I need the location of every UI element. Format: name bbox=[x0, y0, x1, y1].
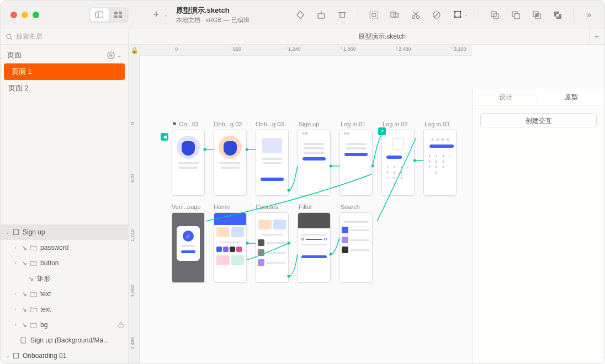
artboard-label[interactable]: Veri...page bbox=[172, 204, 201, 210]
artboard-label[interactable]: Onb...g 02 bbox=[214, 121, 242, 127]
subtract-icon[interactable] bbox=[510, 9, 521, 20]
document-tab[interactable]: 原型演示.sketch bbox=[358, 32, 406, 41]
layer-label: password bbox=[40, 244, 68, 251]
artboard-label[interactable]: Courses bbox=[256, 204, 278, 210]
layer-password[interactable]: › ↘ password bbox=[1, 240, 128, 255]
tool-icon-1[interactable] bbox=[295, 9, 306, 20]
svg-point-14 bbox=[412, 15, 415, 18]
artboard-label[interactable]: Log in 02 bbox=[383, 121, 407, 127]
svg-rect-20 bbox=[455, 12, 460, 17]
artboard-label[interactable]: Home bbox=[214, 204, 230, 210]
lock-icon[interactable]: 🔒 bbox=[131, 47, 139, 54]
layer-signup-bg[interactable]: Sign up (Background/Ma... bbox=[1, 333, 128, 348]
create-interaction-button[interactable]: 创建交互 bbox=[480, 113, 597, 127]
layer-bg[interactable]: › ↘ bg bbox=[1, 317, 128, 333]
layer-search[interactable]: 搜索图层 bbox=[1, 29, 128, 45]
zoom-window[interactable] bbox=[33, 12, 39, 18]
panel-view-icon[interactable] bbox=[90, 8, 109, 22]
ungroup-icon[interactable] bbox=[389, 9, 400, 20]
artboard-label[interactable]: Search bbox=[341, 204, 360, 210]
disclosure-icon[interactable]: › bbox=[13, 322, 18, 328]
page-item-2[interactable]: 页面 2 bbox=[1, 80, 128, 97]
layer-rect[interactable]: ↘ 矩形 bbox=[1, 271, 128, 286]
artboard-login-01[interactable]: 登录 bbox=[339, 130, 373, 196]
tab-design[interactable]: 设计 bbox=[473, 89, 539, 105]
tab-prototype[interactable]: 原型 bbox=[539, 89, 605, 105]
layer-label: bg bbox=[40, 321, 47, 329]
artboard-area[interactable]: ◀ ⚑ On...01 Onb...g 02 Onb...g 03 Sign u… bbox=[140, 56, 472, 363]
folder-icon bbox=[30, 291, 38, 297]
lock-icon[interactable] bbox=[118, 322, 124, 328]
artboard-signup[interactable]: 注册 bbox=[298, 130, 331, 196]
artboard-label[interactable]: Log in 03 bbox=[424, 121, 449, 127]
new-tab-button[interactable]: + bbox=[589, 29, 604, 44]
folder-icon bbox=[30, 245, 38, 250]
sidebar-view-toggle[interactable] bbox=[89, 7, 129, 23]
layer-signup[interactable]: ⌄ Sign up bbox=[1, 224, 128, 240]
prototype-start-marker[interactable]: ◀ bbox=[161, 133, 168, 141]
union-icon[interactable] bbox=[489, 9, 500, 20]
tool-icon-2[interactable] bbox=[316, 9, 327, 20]
link-icon: ↘ bbox=[20, 244, 28, 251]
artboard-label[interactable]: ⚑ On...01 bbox=[172, 121, 199, 128]
resize-tool-icon[interactable]: ⌄ bbox=[452, 9, 469, 20]
chevron-down-icon[interactable]: ⌄ bbox=[117, 52, 121, 58]
disclosure-icon[interactable]: › bbox=[13, 260, 18, 266]
ruler-tick: 1,860 bbox=[341, 46, 356, 50]
layer-button[interactable]: › ↘ button bbox=[1, 255, 128, 271]
disclosure-icon[interactable]: › bbox=[13, 291, 18, 297]
minimize-window[interactable] bbox=[22, 12, 28, 18]
tool-icon-3[interactable] bbox=[337, 9, 348, 20]
artboard-search[interactable] bbox=[339, 212, 373, 283]
svg-line-35 bbox=[10, 38, 12, 40]
difference-icon[interactable] bbox=[552, 9, 563, 20]
pages-add-controls[interactable]: ⌄ bbox=[107, 51, 121, 59]
insert-button[interactable]: + bbox=[151, 9, 162, 20]
ruler-tick: 0 bbox=[173, 46, 178, 50]
artboard-verify[interactable]: ✓ bbox=[172, 212, 205, 283]
disclosure-icon[interactable]: › bbox=[13, 245, 18, 250]
artboard-login-02[interactable]: 123←4567890 bbox=[381, 130, 415, 196]
ruler-tick: 620 bbox=[130, 174, 135, 183]
artboard-home[interactable] bbox=[214, 212, 247, 283]
left-panel: 搜索图层 页面 ⌄ 页面 1 页面 2 ⌄ Sign up › ↘ passwo… bbox=[1, 29, 129, 363]
scissors-icon[interactable] bbox=[410, 9, 421, 20]
link-icon: ↘ bbox=[20, 306, 28, 313]
artboard-label[interactable]: Onb...g 03 bbox=[256, 121, 284, 127]
artboard-onboarding-01[interactable] bbox=[172, 130, 205, 196]
disclosure-icon[interactable]: ⌄ bbox=[5, 229, 10, 235]
svg-rect-40 bbox=[119, 324, 123, 328]
artboard-onboarding-02[interactable] bbox=[214, 130, 247, 196]
circle-slash-icon[interactable] bbox=[431, 9, 442, 20]
svg-point-15 bbox=[417, 15, 420, 18]
layer-text-2[interactable]: › ↘ text bbox=[1, 302, 128, 317]
artboard-courses[interactable] bbox=[256, 212, 289, 283]
artboard-filter[interactable] bbox=[298, 212, 331, 283]
add-page-icon[interactable] bbox=[107, 51, 115, 59]
folder-icon bbox=[30, 322, 38, 328]
page-item-1[interactable]: 页面 1 bbox=[4, 63, 125, 80]
ruler-tick: 3,100 bbox=[452, 46, 466, 50]
svg-rect-33 bbox=[556, 14, 559, 17]
overflow-icon[interactable]: » bbox=[583, 9, 595, 20]
link-icon: ↘ bbox=[27, 275, 35, 282]
svg-rect-11 bbox=[372, 13, 375, 17]
layer-onboarding[interactable]: ⌄ Onboarding 01 bbox=[1, 348, 128, 363]
layer-text-1[interactable]: › ↘ text bbox=[1, 286, 128, 302]
artboard-label[interactable]: Sign up bbox=[299, 121, 319, 127]
artboard-label[interactable]: Log in 01 bbox=[341, 121, 365, 127]
intersect-icon[interactable] bbox=[531, 9, 542, 20]
disclosure-icon[interactable]: › bbox=[13, 307, 18, 312]
group-icon[interactable] bbox=[368, 9, 379, 20]
grid-view-icon[interactable] bbox=[109, 8, 128, 22]
artboard-login-03[interactable]: 123←4567890 bbox=[423, 130, 457, 196]
artboard-onboarding-03[interactable] bbox=[256, 130, 289, 196]
link-icon: ↘ bbox=[20, 321, 28, 329]
disclosure-icon[interactable]: ⌄ bbox=[5, 353, 10, 358]
insert-dropdown-icon[interactable]: ⌄ bbox=[164, 12, 168, 18]
prototype-marker[interactable]: ↗ bbox=[378, 127, 386, 135]
canvas[interactable]: 🔒 0 620 1,240 1,860 2,480 3,100 0 620 1,… bbox=[129, 45, 604, 363]
close-window[interactable] bbox=[10, 12, 17, 18]
artboard-heading: 登录 bbox=[340, 130, 372, 137]
artboard-label[interactable]: Filter bbox=[299, 204, 312, 210]
